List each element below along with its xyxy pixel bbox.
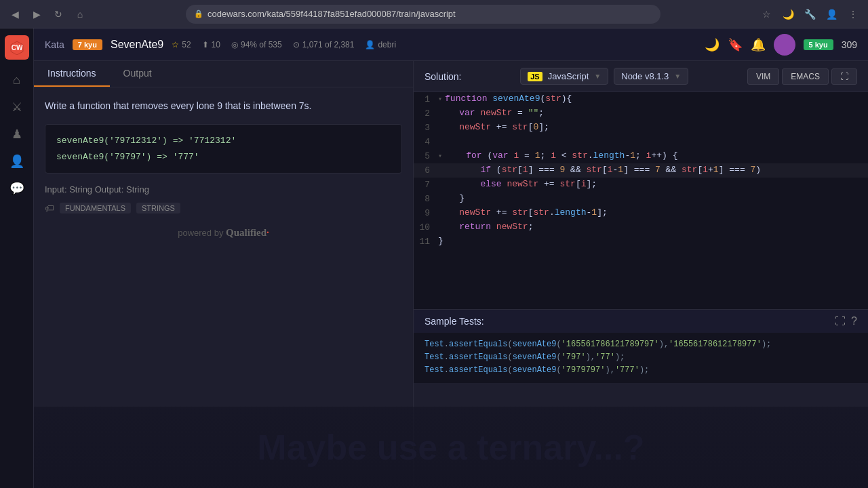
line-content-9: newStr += str[str.length-1]; <box>438 206 868 220</box>
user-icon: 👤 <box>365 40 375 49</box>
kata-title: SevenAte9 <box>111 39 163 51</box>
language-chevron-icon: ▼ <box>594 73 601 80</box>
address-bar[interactable]: 🔒 codewars.com/kata/559f44187fa851efad00… <box>186 5 660 24</box>
tab-instructions[interactable]: Instructions <box>34 61 110 87</box>
line-content-11: } <box>438 235 868 249</box>
code-line-9: 9 newStr += str[str.length-1]; <box>414 206 868 220</box>
selector-group: JS JavaScript ▼ Node v8.1.3 ▼ <box>520 68 688 85</box>
moon-icon[interactable]: 🌙 <box>705 37 719 52</box>
menu-icon[interactable]: ⋮ <box>844 5 863 24</box>
emacs-button[interactable]: EMACS <box>782 68 829 85</box>
refresh-button[interactable]: ↻ <box>49 5 68 24</box>
kata-breadcrumb[interactable]: Kata <box>45 39 64 50</box>
forward-button[interactable]: ▶ <box>27 5 46 24</box>
line-num-7: 7 <box>414 178 438 192</box>
bookmark-icon[interactable]: ☆ <box>757 5 776 24</box>
codewars-logo[interactable]: CW <box>5 35 29 60</box>
line-num-3: 3 <box>414 121 438 135</box>
code-line-2: 2 var newStr = ""; <box>414 106 868 121</box>
tab-output[interactable]: Output <box>110 61 165 87</box>
user-avatar[interactable] <box>774 34 795 56</box>
tags-section: 🏷 FUNDAMENTALS STRINGS <box>45 203 402 214</box>
content-area: Kata 7 kyu SevenAte9 ☆ 52 ⬆ 10 ◎ 94% of … <box>34 28 868 488</box>
test-line-3: Test.assertEquals(sevenAte9('7979797'),'… <box>425 364 857 377</box>
instruction-description: Write a function that removes every lone… <box>45 98 402 113</box>
line-num-10: 10 <box>414 220 438 235</box>
line-content-6: if (str[i] === 9 && str[i-1] === 7 && st… <box>438 163 868 178</box>
line-content-4 <box>438 135 868 149</box>
sidebar-item-discuss[interactable]: 💬 <box>5 176 29 201</box>
fold-icon-5: ▾ <box>438 152 442 160</box>
line-num-6: 6 <box>414 163 438 178</box>
kata-difficulty-badge: 7 kyu <box>73 39 102 50</box>
sidebar-item-kata[interactable]: ⚔ <box>5 95 29 119</box>
vote-icon: ⬆ <box>202 40 209 49</box>
tag-icon: 🏷 <box>45 203 54 214</box>
profile-icon[interactable]: 👤 <box>822 5 841 24</box>
node-text: Node v8.1.3 <box>621 71 669 81</box>
qualified-dot: · <box>267 227 269 238</box>
tag-strings[interactable]: STRINGS <box>136 203 180 214</box>
line-num-5: 5 <box>414 149 438 163</box>
back-button[interactable]: ◀ <box>5 5 24 24</box>
username-text: debri <box>378 40 396 49</box>
line-num-9: 9 <box>414 206 438 220</box>
stars-count: 52 <box>182 40 191 49</box>
code-editor[interactable]: 1 ▾function sevenAte9(str){ 2 var newStr… <box>414 92 868 309</box>
code-line-4: 4 <box>414 135 868 149</box>
url-text: codewars.com/kata/559f44187fa851efad0000… <box>208 9 456 19</box>
solutions-text: 1,071 of 2,381 <box>302 40 355 49</box>
js-icon: JS <box>528 72 542 81</box>
kyu-badge: 5 kyu <box>804 39 833 50</box>
sample-tests-label: Sample Tests: <box>425 316 484 327</box>
completion-text: 94% of 535 <box>241 40 282 49</box>
expand-tests-icon[interactable]: ⛶ <box>835 315 846 327</box>
top-bar: Kata 7 kyu SevenAte9 ☆ 52 ⬆ 10 ◎ 94% of … <box>34 28 868 61</box>
solution-label: Solution: <box>425 71 461 82</box>
completion-icon: ◎ <box>231 40 238 49</box>
solution-header: Solution: JS JavaScript ▼ Node v8.1.3 ▼ <box>414 61 868 92</box>
fullscreen-editor-button[interactable]: ⛶ <box>831 68 857 85</box>
overlay: Maybe use a ternary...? <box>34 407 868 488</box>
help-icon[interactable]: ? <box>851 315 857 327</box>
star-icon: ☆ <box>172 40 179 49</box>
line-content-8: } <box>438 192 868 206</box>
line-num-2: 2 <box>414 106 438 121</box>
line-content-3: newStr += str[0]; <box>438 121 868 135</box>
stars-meta: ☆ 52 <box>172 40 191 49</box>
score-text: 309 <box>842 39 857 50</box>
svg-text:CW: CW <box>11 44 22 52</box>
bell-icon[interactable]: 🔔 <box>751 37 766 52</box>
home-button[interactable]: ⌂ <box>71 5 90 24</box>
browser-chrome: ◀ ▶ ↻ ⌂ 🔒 codewars.com/kata/559f44187fa8… <box>0 0 868 28</box>
sidebar-item-users[interactable]: 👤 <box>5 149 29 174</box>
line-num-4: 4 <box>414 135 438 149</box>
qualified-brand: Qualified <box>226 227 267 238</box>
code-line-6: 6 if (str[i] === 9 && str[i-1] === 7 && … <box>414 163 868 178</box>
sidebar-item-train[interactable]: ♟ <box>5 122 29 146</box>
language-selector[interactable]: JS JavaScript ▼ <box>520 68 608 85</box>
extensions-icon[interactable]: 🔧 <box>800 5 819 24</box>
line-num-11: 11 <box>414 235 438 249</box>
language-text: JavaScript <box>548 71 589 81</box>
browser-actions: ☆ 🌙 🔧 👤 ⋮ <box>757 5 863 24</box>
moon-icon[interactable]: 🌙 <box>778 5 797 24</box>
line-content-7: else newStr += str[i]; <box>438 178 868 192</box>
code-line-8: 8 } <box>414 192 868 206</box>
vim-button[interactable]: VIM <box>747 68 779 85</box>
completion-meta: ◎ 94% of 535 <box>231 40 282 49</box>
app-container: CW ⌂ ⚔ ♟ 👤 💬 Kata 7 kyu SevenAte9 ☆ 52 ⬆… <box>0 28 868 488</box>
io-text: Input: String Output: String <box>45 184 402 195</box>
test-code: Test.assertEquals(sevenAte9('16556178612… <box>414 333 868 383</box>
sample-tests-header: Sample Tests: ⛶ ? <box>414 310 868 333</box>
line-num-1: 1 <box>414 92 438 106</box>
test-line-1: Test.assertEquals(sevenAte9('16556178612… <box>425 338 857 351</box>
bookmark-icon[interactable]: 🔖 <box>728 37 743 52</box>
code-line-11: 11 } <box>414 235 868 249</box>
code-line-5: 5 ▾ for (var i = 1; i < str.length-1; i+… <box>414 149 868 163</box>
solutions-meta: ⊙ 1,071 of 2,381 <box>293 40 355 49</box>
node-selector[interactable]: Node v8.1.3 ▼ <box>614 68 688 85</box>
sidebar-item-home[interactable]: ⌂ <box>5 68 29 92</box>
tag-fundamentals[interactable]: FUNDAMENTALS <box>60 203 131 214</box>
top-bar-right: 🌙 🔖 🔔 5 kyu 309 <box>705 34 858 56</box>
